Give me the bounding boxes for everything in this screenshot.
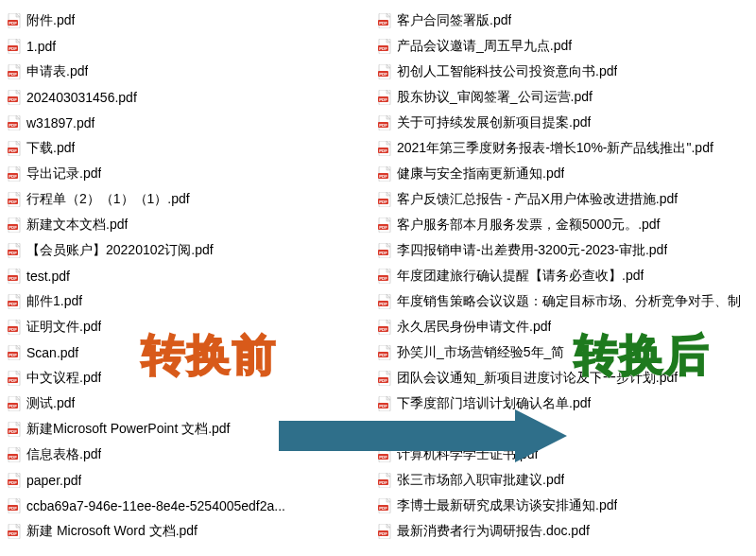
pdf-icon: PDF xyxy=(378,498,391,513)
file-item[interactable]: PDF客户服务部本月服务发票，金额5000元。.pdf xyxy=(378,212,756,237)
svg-text:PDF: PDF xyxy=(9,250,17,254)
svg-text:PDF: PDF xyxy=(379,275,387,280)
file-item[interactable]: PDF下季度部门培训计划确认名单.pdf xyxy=(378,391,756,416)
pdf-icon: PDF xyxy=(378,524,391,539)
file-item[interactable]: PDFccba69a7-946e-11ee-8e4e-5254005edf2a.… xyxy=(8,493,367,518)
pdf-icon: PDF xyxy=(8,524,21,539)
file-name: 健康与安全指南更新通知.pdf xyxy=(397,165,564,182)
file-item[interactable]: PDF股东协议_审阅签署_公司运营.pdf xyxy=(378,84,756,110)
file-name: 测试.pdf xyxy=(26,395,75,412)
file-item[interactable]: PDF邮件1.pdf xyxy=(8,288,367,314)
file-item[interactable]: PDF年度团建旅行确认提醒【请务必查收】.pdf xyxy=(378,263,756,288)
svg-text:PDF: PDF xyxy=(379,428,387,433)
svg-text:PDF: PDF xyxy=(379,326,387,331)
file-item[interactable]: PDF【会员账户】20220102订阅.pdf xyxy=(8,237,367,263)
svg-text:PDF: PDF xyxy=(379,148,387,152)
file-name: 下载.pdf xyxy=(26,140,75,157)
pdf-icon: PDF xyxy=(8,192,21,207)
file-name: 2021年第三季度财务报表-增长10%-新产品线推出".pdf xyxy=(397,140,713,157)
file-item[interactable]: PDF最新消费者行为调研报告.doc.pdf xyxy=(378,518,756,544)
file-item[interactable]: PDF1.pdf xyxy=(8,33,367,59)
file-name: 发布会通知.pdf xyxy=(397,421,485,438)
svg-text:PDF: PDF xyxy=(379,45,387,50)
file-name: 客户合同签署版.pdf xyxy=(397,12,511,29)
pdf-icon: PDF xyxy=(8,64,21,79)
file-item[interactable]: PDF永久居民身份申请文件.pdf xyxy=(378,314,756,339)
pdf-icon: PDF xyxy=(378,294,391,309)
svg-text:PDF: PDF xyxy=(9,326,17,331)
svg-text:PDF: PDF xyxy=(9,301,17,305)
file-item[interactable]: PDF2021年第三季度财务报表-增长10%-新产品线推出".pdf xyxy=(378,135,756,161)
file-item[interactable]: PDF初创人工智能科技公司投资意向书.pdf xyxy=(378,59,756,84)
svg-text:PDF: PDF xyxy=(9,377,17,382)
file-item[interactable]: PDF申请表.pdf xyxy=(8,59,367,84)
svg-text:PDF: PDF xyxy=(379,224,387,229)
file-item[interactable]: PDF张三市场部入职审批建议.pdf xyxy=(378,467,756,493)
file-item[interactable]: PDF中文议程.pdf xyxy=(8,365,367,391)
file-name: 关于可持续发展创新项目提案.pdf xyxy=(397,114,591,131)
file-name: 新建Microsoft PowerPoint 文档.pdf xyxy=(26,421,231,438)
file-item[interactable]: PDF新建 Microsoft Word 文档.pdf xyxy=(8,518,367,544)
file-item[interactable]: PDF202403031456.pdf xyxy=(8,84,367,110)
file-item[interactable]: PDF健康与安全指南更新通知.pdf xyxy=(378,161,756,186)
file-item[interactable]: PDF李四报销申请-出差费用-3200元-2023-审批.pdf xyxy=(378,237,756,263)
svg-text:PDF: PDF xyxy=(9,454,17,459)
file-list-after: PDF客户合同签署版.pdfPDF产品会议邀请_周五早九点.pdfPDF初创人工… xyxy=(378,8,756,544)
file-item[interactable]: PDF证明文件.pdf xyxy=(8,314,367,339)
file-item[interactable]: PDFw31897.pdf xyxy=(8,110,367,135)
pdf-icon: PDF xyxy=(378,64,391,79)
file-item[interactable]: PDF附件.pdf xyxy=(8,8,367,33)
file-item[interactable]: PDF发布会通知.pdf xyxy=(378,416,756,442)
pdf-icon: PDF xyxy=(378,243,391,258)
file-name: 新建文本文档.pdf xyxy=(26,217,128,234)
file-item[interactable]: PDF孙笑川_市场营销经验5年_简 xyxy=(378,339,756,365)
svg-text:PDF: PDF xyxy=(9,428,17,433)
pdf-icon: PDF xyxy=(378,192,391,207)
file-item[interactable]: PDF年度销售策略会议议题：确定目标市场、分析竞争对手、制 xyxy=(378,288,756,314)
file-item[interactable]: PDF测试.pdf xyxy=(8,391,367,416)
file-item[interactable]: PDF行程单（2）（1）（1）.pdf xyxy=(8,186,367,212)
file-item[interactable]: PDF信息表格.pdf xyxy=(8,442,367,467)
file-item[interactable]: PDFpaper.pdf xyxy=(8,467,367,493)
svg-text:PDF: PDF xyxy=(379,96,387,101)
svg-text:PDF: PDF xyxy=(379,403,387,408)
file-item[interactable]: PDF李博士最新研究成果访谈安排通知.pdf xyxy=(378,493,756,518)
file-name: 申请表.pdf xyxy=(26,63,88,80)
file-item[interactable]: PDF新建Microsoft PowerPoint 文档.pdf xyxy=(8,416,367,442)
file-name: 中文议程.pdf xyxy=(26,370,101,387)
svg-text:PDF: PDF xyxy=(9,479,17,484)
file-item[interactable]: PDF产品会议邀请_周五早九点.pdf xyxy=(378,33,756,59)
svg-text:PDF: PDF xyxy=(9,122,17,127)
file-item[interactable]: PDF客户反馈汇总报告 - 产品X用户体验改进措施.pdf xyxy=(378,186,756,212)
file-item[interactable]: PDF关于可持续发展创新项目提案.pdf xyxy=(378,110,756,135)
pdf-icon: PDF xyxy=(8,473,21,488)
file-name: 1.pdf xyxy=(26,39,56,54)
file-item[interactable]: PDF下载.pdf xyxy=(8,135,367,161)
pdf-icon: PDF xyxy=(378,422,391,437)
file-name: 新建 Microsoft Word 文档.pdf xyxy=(26,523,198,540)
file-name: 张三市场部入职审批建议.pdf xyxy=(397,472,564,489)
file-name: 导出记录.pdf xyxy=(26,165,101,182)
pdf-icon: PDF xyxy=(8,90,21,105)
file-item[interactable]: PDF客户合同签署版.pdf xyxy=(378,8,756,33)
pdf-icon: PDF xyxy=(378,13,391,28)
svg-text:PDF: PDF xyxy=(9,20,17,25)
pdf-icon: PDF xyxy=(378,473,391,488)
svg-text:PDF: PDF xyxy=(379,71,387,76)
pdf-icon: PDF xyxy=(8,217,21,233)
file-item[interactable]: PDF新建文本文档.pdf xyxy=(8,212,367,237)
file-name: 邮件1.pdf xyxy=(26,293,82,310)
file-name: w31897.pdf xyxy=(26,115,94,130)
file-item[interactable]: PDFScan.pdf xyxy=(8,339,367,365)
file-name: paper.pdf xyxy=(26,473,81,488)
svg-text:PDF: PDF xyxy=(9,148,17,152)
file-item[interactable]: PDF团队会议通知_新项目进度讨论及下一步计划.pdf xyxy=(378,365,756,391)
file-name: 最新消费者行为调研报告.doc.pdf xyxy=(397,523,590,540)
file-name: 行程单（2）（1）（1）.pdf xyxy=(26,191,190,208)
file-item[interactable]: PDFtest.pdf xyxy=(8,263,367,288)
file-name: 附件.pdf xyxy=(26,12,75,29)
file-item[interactable]: PDF计算机科学学士证书.pdf xyxy=(378,442,756,467)
pdf-icon: PDF xyxy=(378,115,391,130)
file-item[interactable]: PDF导出记录.pdf xyxy=(8,161,367,186)
pdf-icon: PDF xyxy=(378,39,391,54)
